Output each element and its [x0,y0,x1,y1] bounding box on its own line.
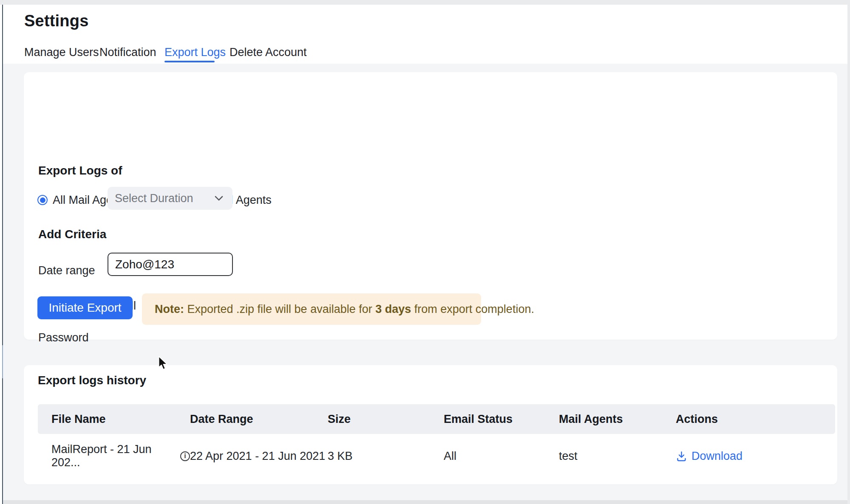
export-logs-of-heading: Export Logs of [38,164,122,177]
col-header-file-name: File Name [51,413,190,426]
note-bold-days: 3 days [375,303,411,315]
password-label: Password [38,331,89,344]
window-top-strip [0,0,850,5]
download-link[interactable]: Download [676,450,742,463]
initiate-export-button[interactable]: Initiate Export [37,296,133,319]
export-history-heading: Export logs history [38,374,146,387]
col-header-email-status: Email Status [444,413,559,426]
table-row: MailReport - 21 Jun 202... i 22 Apr 2021… [38,442,835,470]
note-prefix: Note: [155,303,184,315]
info-icon[interactable]: i [180,451,190,461]
tab-notification[interactable]: Notification [99,46,156,59]
download-icon [676,451,687,462]
cell-actions: Download [676,450,835,463]
add-criteria-heading: Add Criteria [38,228,106,241]
cell-size: 3 KB [328,450,444,463]
password-input[interactable] [108,253,233,276]
cell-date-range: 22 Apr 2021 - 21 Jun 2021 [190,450,328,463]
cell-file-name: MailReport - 21 Jun 202... i [51,443,190,469]
tab-manage-users[interactable]: Manage Users [24,46,99,59]
note-text2: from export completion. [411,303,534,315]
export-history-table: File Name Date Range Size Email Status M… [38,404,835,470]
date-range-select-value: Select Duration [115,192,215,205]
export-logs-card: Export Logs of All Mail Agents Specific … [24,72,837,340]
window-bottom-strip [3,500,847,504]
page-title: Settings [24,12,89,30]
cell-email-status: All [444,450,559,463]
tab-export-logs[interactable]: Export Logs [164,46,226,59]
radio-all-mail-agents-circle[interactable] [37,195,48,205]
col-header-actions: Actions [676,413,835,426]
table-header-row: File Name Date Range Size Email Status M… [38,404,835,434]
download-label: Download [691,450,742,463]
file-name-text: MailReport - 21 Jun 202... [51,443,175,469]
date-range-select[interactable]: Select Duration [108,187,232,210]
date-range-label: Date range [38,264,95,277]
tab-delete-account[interactable]: Delete Account [230,46,307,59]
export-note: Note: Exported .zip file will be availab… [142,293,481,325]
col-header-date-range: Date Range [190,413,328,426]
col-header-mail-agents: Mail Agents [559,413,676,426]
col-header-size: Size [328,413,444,426]
window-right-strip [847,0,850,504]
export-history-card: Export logs history File Name Date Range… [24,365,837,484]
cell-mail-agents: test [559,450,676,463]
active-tab-underline [164,61,215,62]
chevron-down-icon [215,196,223,201]
note-text1: Exported .zip file will be available for [184,303,375,315]
